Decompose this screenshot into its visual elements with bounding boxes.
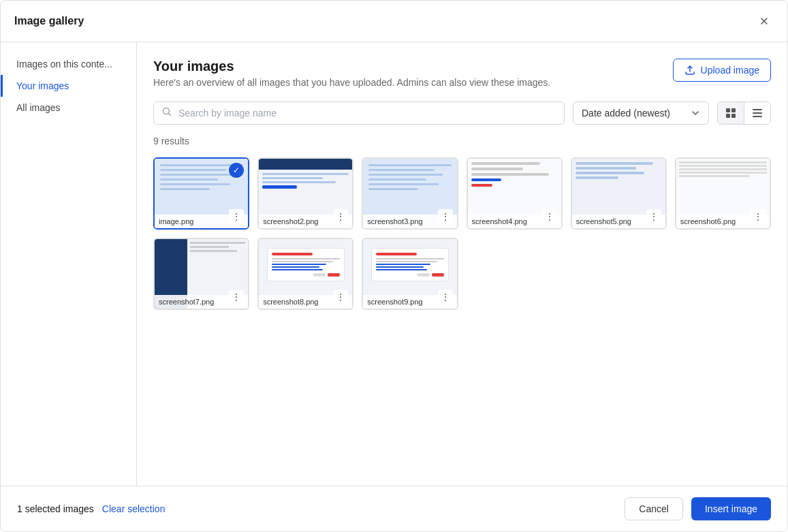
more-options-button[interactable]: ⋮	[438, 209, 453, 224]
more-options-button[interactable]: ⋮	[229, 209, 244, 224]
more-options-button[interactable]: ⋮	[542, 209, 557, 224]
svg-rect-4	[731, 114, 736, 118]
image-card[interactable]: screenshot3.png ⋮	[362, 157, 458, 230]
view-toggles	[717, 101, 771, 125]
image-card[interactable]: screenshot9.png ⋮	[362, 238, 458, 310]
grid-view-toggle[interactable]	[718, 102, 744, 124]
footer-left: 1 selected images Clear selection	[17, 503, 165, 514]
more-options-button[interactable]: ⋮	[438, 290, 453, 304]
clear-selection-link[interactable]: Clear selection	[102, 503, 166, 514]
content-subtitle: Here's an overview of all images that yo…	[153, 77, 550, 88]
sidebar-item-your-images[interactable]: Your images	[1, 75, 136, 97]
svg-rect-3	[726, 114, 730, 118]
search-box	[153, 101, 565, 125]
image-card[interactable]: ✓ image.png ⋮	[153, 157, 249, 230]
image-card[interactable]: screenshot5.png ⋮	[571, 157, 667, 230]
selected-check: ✓	[229, 163, 244, 178]
more-options-button[interactable]: ⋮	[751, 209, 766, 224]
image-card[interactable]: screenshot4.png ⋮	[467, 157, 563, 230]
image-card[interactable]: screenshot6.png ⋮	[675, 157, 771, 230]
image-card[interactable]: screenshot7.png ⋮	[153, 238, 249, 310]
search-input[interactable]	[153, 101, 565, 125]
more-options-button[interactable]: ⋮	[229, 290, 244, 304]
svg-rect-5	[753, 109, 762, 110]
content-header: Your images Here's an overview of all im…	[153, 59, 771, 88]
modal-footer: 1 selected images Clear selection Cancel…	[1, 486, 787, 531]
more-options-button[interactable]: ⋮	[646, 209, 661, 224]
results-count: 9 results	[153, 136, 771, 146]
grid-icon	[725, 107, 737, 119]
svg-rect-1	[726, 108, 730, 112]
insert-image-button[interactable]: Insert image	[691, 497, 771, 520]
image-card[interactable]: screenshot2.png ⋮	[257, 157, 353, 230]
selected-count: 1 selected images	[17, 503, 94, 514]
cancel-button[interactable]: Cancel	[625, 497, 683, 520]
modal-header: Image gallery	[1, 1, 787, 42]
sidebar-item-images-on-conte[interactable]: Images on this conte...	[1, 53, 136, 75]
image-card[interactable]: screenshot8.png ⋮	[257, 238, 353, 310]
list-view-toggle[interactable]	[744, 102, 770, 124]
image-grid: ✓ image.png ⋮ screenshot2.png ⋮	[153, 157, 771, 310]
upload-icon	[684, 65, 695, 76]
list-icon	[751, 107, 763, 119]
close-button[interactable]	[755, 12, 774, 31]
sort-select[interactable]: Date added (newest)	[573, 101, 709, 125]
content-title-block: Your images Here's an overview of all im…	[153, 59, 550, 88]
main-content: Your images Here's an overview of all im…	[137, 42, 787, 486]
modal-body: Images on this conte... Your images All …	[1, 42, 787, 486]
toolbar: Date added (newest)	[153, 101, 771, 125]
search-icon	[161, 106, 172, 120]
sidebar-item-all-images[interactable]: All images	[1, 97, 136, 119]
chevron-down-icon	[691, 108, 700, 118]
upload-image-button[interactable]: Upload image	[673, 59, 771, 82]
svg-rect-7	[753, 116, 762, 117]
svg-rect-2	[731, 108, 736, 112]
modal-title: Image gallery	[14, 15, 84, 27]
image-gallery-modal: Image gallery Images on this conte... Yo…	[0, 0, 788, 532]
footer-right: Cancel Insert image	[625, 497, 771, 520]
more-options-button[interactable]: ⋮	[333, 209, 348, 224]
more-options-button[interactable]: ⋮	[333, 290, 348, 304]
content-title: Your images	[153, 59, 550, 74]
svg-rect-6	[753, 112, 762, 114]
sidebar: Images on this conte... Your images All …	[1, 42, 137, 486]
